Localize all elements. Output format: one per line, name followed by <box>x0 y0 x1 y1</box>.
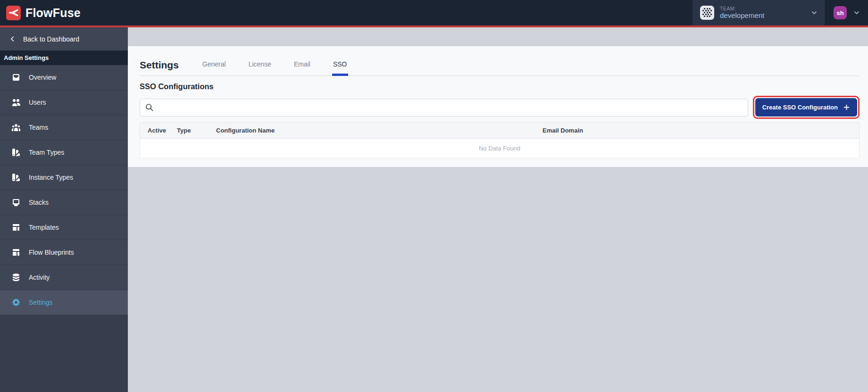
team-label: TEAM: <box>720 6 764 11</box>
user-menu[interactable]: sh <box>825 6 868 19</box>
flowfuse-logo-icon <box>6 6 21 20</box>
team-selector[interactable]: TEAM: developement <box>693 0 825 25</box>
sso-configurations-title: SSO Configurations <box>140 82 860 91</box>
sidebar-item-label: Stacks <box>29 199 49 206</box>
column-header-configuration-name: Configuration Name <box>209 127 535 134</box>
table-empty-message: No Data Found <box>140 139 859 158</box>
brand-home-link[interactable]: FlowFuse <box>0 6 81 20</box>
sidebar-item-label: Activity <box>29 274 50 281</box>
database-icon <box>11 273 21 282</box>
column-header-email-domain: Email Domain <box>535 127 859 134</box>
sidebar-item-label: Instance Types <box>29 174 73 181</box>
sidebar-item-instance-types[interactable]: Instance Types <box>0 165 128 190</box>
sidebar-item-teams[interactable]: Teams <box>0 115 128 140</box>
sidebar-item-label: Overview <box>29 74 56 81</box>
sidebar-section-title: Admin Settings <box>0 50 128 65</box>
template-icon <box>11 248 21 257</box>
cog-icon <box>11 298 21 307</box>
main-content: Settings General License Email SSO SSO C… <box>128 27 868 392</box>
content-top-margin <box>128 27 868 46</box>
user-avatar[interactable]: sh <box>834 6 847 19</box>
team-name: developement <box>720 11 764 19</box>
navbar-accent-line <box>0 25 868 27</box>
table-header-row: Active Type Configuration Name Email Dom… <box>140 123 859 139</box>
desktop-icon <box>11 198 21 207</box>
sidebar-item-users[interactable]: Users <box>0 90 128 115</box>
search-field-wrap <box>140 99 748 117</box>
admin-sidebar: Back to Dashboard Admin Settings Overvie… <box>0 27 128 392</box>
sidebar-item-settings[interactable]: Settings <box>0 290 128 315</box>
back-to-dashboard-link[interactable]: Back to Dashboard <box>0 27 128 50</box>
chevron-down-icon <box>810 9 818 17</box>
sso-toolbar: Create SSO Configuration <box>140 96 860 119</box>
sidebar-item-activity[interactable]: Activity <box>0 265 128 290</box>
column-header-active: Active <box>140 127 169 134</box>
tab-general[interactable]: General <box>201 60 227 75</box>
content-background <box>128 167 868 392</box>
create-sso-configuration-label: Create SSO Configuration <box>762 104 838 111</box>
sso-configurations-table: Active Type Configuration Name Email Dom… <box>140 122 860 158</box>
sidebar-item-flow-blueprints[interactable]: Flow Blueprints <box>0 240 128 265</box>
team-meta: TEAM: developement <box>720 6 764 19</box>
template-icon <box>11 223 21 232</box>
top-navbar: FlowFuse TEAM: developement sh <box>0 0 868 25</box>
sidebar-item-team-types[interactable]: Team Types <box>0 140 128 165</box>
plus-icon <box>843 104 850 111</box>
back-to-dashboard-label: Back to Dashboard <box>23 35 79 43</box>
sidebar-item-label: Flow Blueprints <box>29 249 74 256</box>
page-title: Settings <box>140 59 179 75</box>
annotation-highlight-box: Create SSO Configuration <box>753 96 860 119</box>
user-group-icon <box>11 123 21 132</box>
chevron-down-icon <box>853 9 860 17</box>
brand-name: FlowFuse <box>25 6 81 20</box>
color-swatch-icon <box>11 148 21 157</box>
settings-tabs: General License Email SSO <box>201 60 348 75</box>
tab-sso[interactable]: SSO <box>332 60 348 75</box>
settings-header: Settings General License Email SSO <box>140 46 860 76</box>
sidebar-item-label: Templates <box>29 224 59 231</box>
color-swatch-icon <box>11 173 21 182</box>
chevron-left-icon <box>9 35 16 42</box>
search-icon <box>145 103 154 112</box>
sidebar-item-overview[interactable]: Overview <box>0 65 128 90</box>
search-input[interactable] <box>140 99 748 117</box>
users-icon <box>11 98 21 107</box>
settings-panel: Settings General License Email SSO SSO C… <box>128 46 868 167</box>
sidebar-filler <box>0 315 128 392</box>
sidebar-item-templates[interactable]: Templates <box>0 215 128 240</box>
tab-email[interactable]: Email <box>293 60 311 75</box>
sidebar-item-label: Teams <box>29 124 48 131</box>
sidebar-item-label: Team Types <box>29 149 64 156</box>
create-sso-configuration-button[interactable]: Create SSO Configuration <box>755 98 857 117</box>
sidebar-item-label: Users <box>29 99 46 106</box>
sidebar-item-label: Settings <box>29 299 53 306</box>
tab-license[interactable]: License <box>248 60 272 75</box>
column-header-type: Type <box>169 127 209 134</box>
sidebar-item-stacks[interactable]: Stacks <box>0 190 128 215</box>
inbox-icon <box>11 73 21 82</box>
team-avatar-identicon <box>700 6 714 20</box>
